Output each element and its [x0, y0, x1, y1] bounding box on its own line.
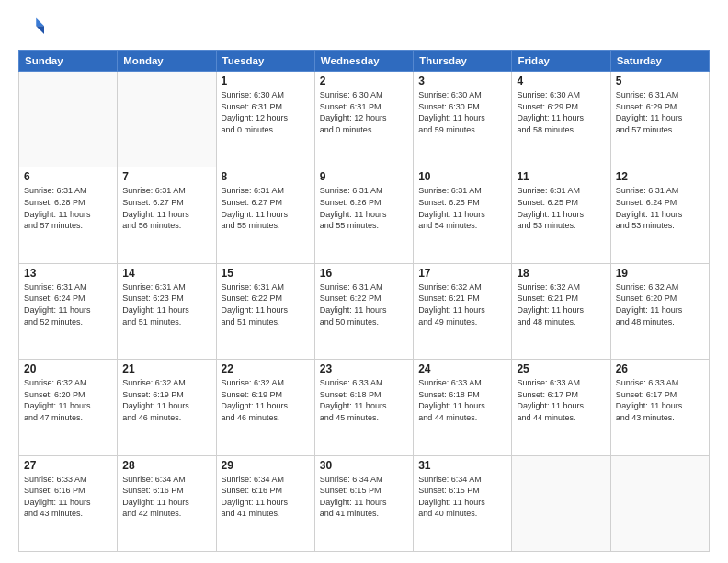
day-number: 1	[222, 75, 310, 87]
day-detail: Sunrise: 6:31 AM Sunset: 6:24 PM Dayligh…	[24, 282, 112, 327]
weekday-header: Tuesday	[216, 51, 314, 72]
calendar-week-row: 13Sunrise: 6:31 AM Sunset: 6:24 PM Dayli…	[19, 263, 710, 359]
day-number: 20	[24, 362, 112, 375]
calendar-header-row: SundayMondayTuesdayWednesdayThursdayFrid…	[19, 51, 710, 72]
day-detail: Sunrise: 6:33 AM Sunset: 6:17 PM Dayligh…	[517, 377, 605, 423]
calendar-cell	[118, 72, 216, 167]
day-number: 9	[320, 170, 408, 183]
calendar-cell: 13Sunrise: 6:31 AM Sunset: 6:24 PM Dayli…	[19, 263, 118, 359]
calendar-cell: 6Sunrise: 6:31 AM Sunset: 6:28 PM Daylig…	[19, 167, 118, 263]
day-number: 26	[616, 362, 704, 375]
day-number: 24	[418, 362, 506, 375]
calendar-cell: 7Sunrise: 6:31 AM Sunset: 6:27 PM Daylig…	[118, 167, 216, 263]
day-number: 10	[418, 170, 506, 183]
calendar-cell: 4Sunrise: 6:30 AM Sunset: 6:29 PM Daylig…	[512, 72, 610, 167]
day-detail: Sunrise: 6:31 AM Sunset: 6:28 PM Dayligh…	[24, 185, 112, 231]
day-detail: Sunrise: 6:34 AM Sunset: 6:16 PM Dayligh…	[122, 474, 210, 520]
calendar-cell: 26Sunrise: 6:33 AM Sunset: 6:17 PM Dayli…	[610, 360, 709, 455]
weekday-header: Saturday	[610, 51, 709, 72]
day-number: 7	[122, 170, 210, 183]
calendar-cell: 8Sunrise: 6:31 AM Sunset: 6:27 PM Daylig…	[216, 167, 314, 263]
svg-marker-1	[36, 26, 44, 34]
calendar-cell: 12Sunrise: 6:31 AM Sunset: 6:24 PM Dayli…	[610, 167, 709, 263]
page: SundayMondayTuesdayWednesdayThursdayFrid…	[0, 0, 728, 563]
day-number: 29	[222, 459, 310, 472]
calendar-cell: 29Sunrise: 6:34 AM Sunset: 6:16 PM Dayli…	[216, 455, 314, 551]
calendar-cell: 17Sunrise: 6:32 AM Sunset: 6:21 PM Dayli…	[414, 263, 512, 359]
weekday-header: Sunday	[19, 51, 118, 72]
calendar-table: SundayMondayTuesdayWednesdayThursdayFrid…	[18, 50, 710, 552]
calendar-cell: 19Sunrise: 6:32 AM Sunset: 6:20 PM Dayli…	[610, 263, 709, 359]
day-number: 2	[320, 75, 408, 87]
calendar-cell	[610, 455, 709, 551]
day-number: 21	[122, 362, 210, 375]
calendar-cell: 31Sunrise: 6:34 AM Sunset: 6:15 PM Dayli…	[414, 455, 512, 551]
calendar-cell: 23Sunrise: 6:33 AM Sunset: 6:18 PM Dayli…	[314, 360, 413, 455]
calendar-week-row: 6Sunrise: 6:31 AM Sunset: 6:28 PM Daylig…	[19, 167, 710, 263]
calendar-cell: 11Sunrise: 6:31 AM Sunset: 6:25 PM Dayli…	[512, 167, 610, 263]
day-number: 8	[222, 170, 310, 183]
day-number: 31	[418, 459, 506, 472]
day-detail: Sunrise: 6:33 AM Sunset: 6:18 PM Dayligh…	[418, 377, 506, 423]
day-number: 13	[24, 267, 112, 280]
calendar-cell: 28Sunrise: 6:34 AM Sunset: 6:16 PM Dayli…	[118, 455, 216, 551]
weekday-header: Friday	[512, 51, 610, 72]
calendar-week-row: 27Sunrise: 6:33 AM Sunset: 6:16 PM Dayli…	[19, 455, 710, 551]
calendar-cell: 24Sunrise: 6:33 AM Sunset: 6:18 PM Dayli…	[414, 360, 512, 455]
day-detail: Sunrise: 6:33 AM Sunset: 6:17 PM Dayligh…	[616, 377, 704, 423]
day-detail: Sunrise: 6:31 AM Sunset: 6:25 PM Dayligh…	[517, 185, 605, 231]
svg-marker-0	[36, 18, 44, 27]
day-detail: Sunrise: 6:31 AM Sunset: 6:27 PM Dayligh…	[122, 185, 210, 231]
day-detail: Sunrise: 6:31 AM Sunset: 6:29 PM Dayligh…	[616, 89, 704, 135]
day-detail: Sunrise: 6:31 AM Sunset: 6:27 PM Dayligh…	[222, 185, 310, 231]
weekday-header: Monday	[118, 51, 216, 72]
calendar-week-row: 1Sunrise: 6:30 AM Sunset: 6:31 PM Daylig…	[19, 72, 710, 167]
calendar-cell: 18Sunrise: 6:32 AM Sunset: 6:21 PM Dayli…	[512, 263, 610, 359]
day-detail: Sunrise: 6:31 AM Sunset: 6:23 PM Dayligh…	[122, 282, 210, 327]
calendar-cell: 14Sunrise: 6:31 AM Sunset: 6:23 PM Dayli…	[118, 263, 216, 359]
day-number: 5	[616, 75, 704, 87]
day-detail: Sunrise: 6:30 AM Sunset: 6:31 PM Dayligh…	[222, 89, 310, 135]
calendar-cell: 5Sunrise: 6:31 AM Sunset: 6:29 PM Daylig…	[610, 72, 709, 167]
calendar-cell: 1Sunrise: 6:30 AM Sunset: 6:31 PM Daylig…	[216, 72, 314, 167]
day-number: 6	[24, 170, 112, 183]
day-detail: Sunrise: 6:34 AM Sunset: 6:15 PM Dayligh…	[320, 474, 408, 520]
calendar-cell: 15Sunrise: 6:31 AM Sunset: 6:22 PM Dayli…	[216, 263, 314, 359]
day-number: 14	[122, 267, 210, 280]
day-detail: Sunrise: 6:31 AM Sunset: 6:26 PM Dayligh…	[320, 185, 408, 231]
calendar-cell: 16Sunrise: 6:31 AM Sunset: 6:22 PM Dayli…	[314, 263, 413, 359]
day-number: 19	[616, 267, 704, 280]
logo-icon	[18, 15, 44, 40]
calendar-cell: 2Sunrise: 6:30 AM Sunset: 6:31 PM Daylig…	[314, 72, 413, 167]
day-detail: Sunrise: 6:32 AM Sunset: 6:21 PM Dayligh…	[418, 282, 506, 327]
day-number: 22	[222, 362, 310, 375]
day-detail: Sunrise: 6:34 AM Sunset: 6:15 PM Dayligh…	[418, 474, 506, 520]
day-number: 25	[517, 362, 605, 375]
day-number: 15	[222, 267, 310, 280]
day-number: 27	[24, 459, 112, 472]
day-detail: Sunrise: 6:31 AM Sunset: 6:24 PM Dayligh…	[616, 185, 704, 231]
calendar-cell: 30Sunrise: 6:34 AM Sunset: 6:15 PM Dayli…	[314, 455, 413, 551]
day-detail: Sunrise: 6:30 AM Sunset: 6:30 PM Dayligh…	[418, 89, 506, 135]
day-detail: Sunrise: 6:34 AM Sunset: 6:16 PM Dayligh…	[222, 474, 310, 520]
day-detail: Sunrise: 6:33 AM Sunset: 6:18 PM Dayligh…	[320, 377, 408, 423]
day-detail: Sunrise: 6:30 AM Sunset: 6:29 PM Dayligh…	[517, 89, 605, 135]
day-detail: Sunrise: 6:32 AM Sunset: 6:20 PM Dayligh…	[24, 377, 112, 423]
calendar-cell: 22Sunrise: 6:32 AM Sunset: 6:19 PM Dayli…	[216, 360, 314, 455]
day-detail: Sunrise: 6:32 AM Sunset: 6:19 PM Dayligh…	[122, 377, 210, 423]
day-detail: Sunrise: 6:32 AM Sunset: 6:21 PM Dayligh…	[517, 282, 605, 327]
day-detail: Sunrise: 6:31 AM Sunset: 6:22 PM Dayligh…	[320, 282, 408, 327]
day-number: 11	[517, 170, 605, 183]
day-detail: Sunrise: 6:31 AM Sunset: 6:22 PM Dayligh…	[222, 282, 310, 327]
calendar-cell: 9Sunrise: 6:31 AM Sunset: 6:26 PM Daylig…	[314, 167, 413, 263]
day-number: 16	[320, 267, 408, 280]
weekday-header: Thursday	[414, 51, 512, 72]
day-detail: Sunrise: 6:32 AM Sunset: 6:19 PM Dayligh…	[222, 377, 310, 423]
day-detail: Sunrise: 6:33 AM Sunset: 6:16 PM Dayligh…	[24, 474, 112, 520]
weekday-header: Wednesday	[314, 51, 413, 72]
day-detail: Sunrise: 6:31 AM Sunset: 6:25 PM Dayligh…	[418, 185, 506, 231]
calendar-cell	[512, 455, 610, 551]
day-number: 30	[320, 459, 408, 472]
calendar-cell: 25Sunrise: 6:33 AM Sunset: 6:17 PM Dayli…	[512, 360, 610, 455]
day-number: 18	[517, 267, 605, 280]
